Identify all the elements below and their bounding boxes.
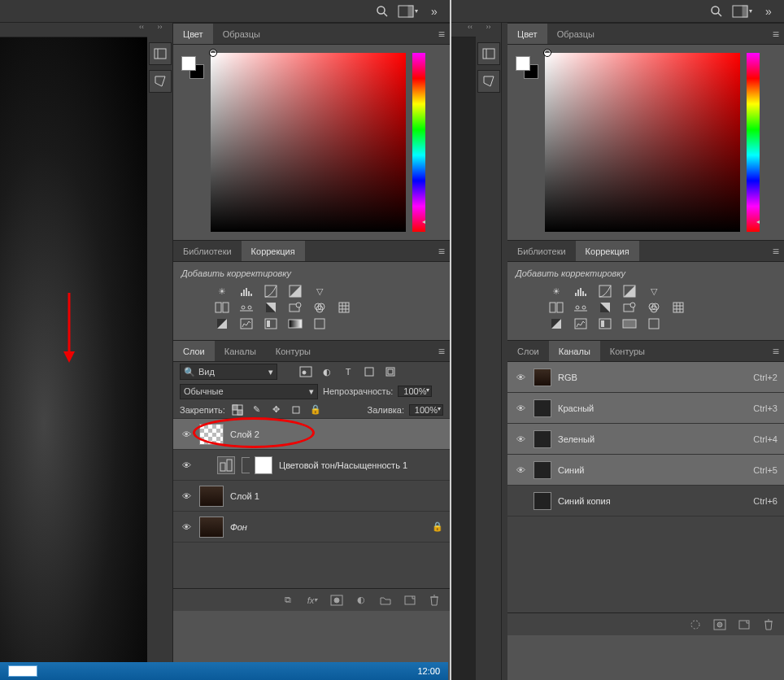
- layers-panel-menu[interactable]: ≡: [438, 345, 450, 358]
- channels-panel-menu[interactable]: ≡: [773, 345, 784, 358]
- layer-thumb[interactable]: [199, 517, 224, 538]
- mask-thumb[interactable]: [255, 456, 272, 474]
- collapse-toggle[interactable]: ‹‹: [451, 23, 476, 37]
- hue-sat-icon[interactable]: [214, 301, 230, 314]
- gradient-map-icon[interactable]: [621, 317, 638, 330]
- channel-row[interactable]: 👁 Синий Ctrl+5: [507, 455, 784, 486]
- photo-filter-icon[interactable]: [621, 301, 638, 314]
- color-balance-icon[interactable]: [238, 301, 255, 314]
- filter-shape-icon[interactable]: [362, 364, 377, 379]
- tab-libraries[interactable]: Библиотеки: [507, 241, 576, 261]
- mini-panel-2[interactable]: [477, 70, 500, 93]
- posterize-icon[interactable]: [573, 317, 589, 330]
- delete-layer-icon[interactable]: [427, 593, 442, 608]
- layer-row[interactable]: 👁 Слой 2: [173, 419, 450, 450]
- menu-icon[interactable]: »: [427, 4, 442, 19]
- load-selection-icon[interactable]: [688, 617, 703, 632]
- workspace-icon[interactable]: ▾: [401, 4, 416, 19]
- layer-row[interactable]: 👁 Слой 1: [173, 481, 450, 512]
- selective-color-icon[interactable]: [311, 317, 328, 330]
- vibrance-icon[interactable]: ▽: [311, 285, 328, 298]
- search-icon[interactable]: [709, 4, 724, 19]
- opacity-value[interactable]: 100%▾: [398, 386, 432, 397]
- tab-layers[interactable]: Слои: [173, 341, 215, 361]
- layer-thumb[interactable]: [199, 486, 224, 507]
- lock-position-icon[interactable]: ✥: [269, 403, 284, 417]
- layer-name[interactable]: Слой 1: [230, 491, 259, 501]
- color-picker-field[interactable]: [545, 53, 740, 232]
- threshold-icon[interactable]: [263, 317, 279, 330]
- curves-icon[interactable]: [263, 285, 279, 298]
- tab-paths-left[interactable]: Контуры: [266, 341, 320, 361]
- curves-icon[interactable]: [597, 285, 613, 298]
- filter-adjust-icon[interactable]: ◐: [320, 364, 334, 379]
- visibility-toggle[interactable]: 👁: [514, 403, 527, 413]
- layer-search[interactable]: 🔍 Вид ▾: [180, 364, 277, 380]
- posterize-icon[interactable]: [238, 317, 255, 330]
- visibility-toggle[interactable]: 👁: [514, 465, 527, 475]
- adjustments-panel-menu[interactable]: ≡: [438, 245, 450, 258]
- fill-value[interactable]: 100%▾: [409, 404, 443, 416]
- tab-swatches[interactable]: Образцы: [547, 24, 604, 44]
- tab-adjustments[interactable]: Коррекция: [576, 241, 639, 261]
- tab-adjustments[interactable]: Коррекция: [242, 241, 305, 261]
- delete-channel-icon[interactable]: [761, 617, 776, 632]
- layer-name[interactable]: Цветовой тон/Насыщенность 1: [279, 460, 407, 470]
- levels-icon[interactable]: [573, 285, 589, 298]
- layer-fx-icon[interactable]: fx▾: [305, 593, 320, 608]
- brightness-icon[interactable]: ☀: [548, 285, 564, 298]
- save-selection-icon[interactable]: [712, 617, 727, 632]
- adjustment-thumb[interactable]: [217, 456, 235, 474]
- exposure-icon[interactable]: [287, 285, 303, 298]
- taskbar[interactable]: 12:00: [0, 662, 448, 680]
- filter-smart-icon[interactable]: [383, 364, 398, 379]
- new-channel-icon[interactable]: [737, 617, 751, 632]
- visibility-toggle[interactable]: 👁: [514, 434, 527, 444]
- mini-panel-2[interactable]: [149, 70, 172, 93]
- foreground-background-swatch[interactable]: [181, 56, 204, 79]
- brightness-icon[interactable]: ☀: [214, 285, 230, 298]
- task-thumb[interactable]: [8, 665, 37, 677]
- color-picker-field[interactable]: [211, 53, 406, 232]
- mini-panel-1[interactable]: [149, 42, 172, 65]
- lock-artboard-icon[interactable]: [289, 403, 303, 417]
- workspace-icon[interactable]: ▾: [735, 4, 750, 19]
- new-adjustment-icon[interactable]: ◐: [354, 593, 368, 608]
- channel-mixer-icon[interactable]: [646, 301, 662, 314]
- lock-all-icon[interactable]: 🔒: [308, 403, 323, 417]
- visibility-toggle[interactable]: 👁: [180, 491, 193, 501]
- blend-mode-select[interactable]: Обычные▾: [180, 384, 318, 399]
- channel-row[interactable]: Синий копия Ctrl+6: [507, 486, 784, 517]
- channel-mixer-icon[interactable]: [311, 301, 328, 314]
- visibility-toggle[interactable]: 👁: [514, 373, 527, 382]
- tab-channels[interactable]: Каналы: [549, 341, 600, 361]
- visibility-toggle[interactable]: 👁: [180, 429, 193, 439]
- hue-sat-icon[interactable]: [548, 301, 564, 314]
- collapse-arrows[interactable]: ››: [147, 23, 172, 37]
- tab-swatches[interactable]: Образцы: [213, 24, 270, 44]
- layer-thumb[interactable]: [199, 424, 224, 445]
- tab-color[interactable]: Цвет: [507, 24, 547, 44]
- add-mask-icon[interactable]: [329, 593, 344, 608]
- channel-row[interactable]: 👁 Зеленый Ctrl+4: [507, 424, 784, 455]
- tab-channels-left[interactable]: Каналы: [215, 341, 266, 361]
- foreground-background-swatch[interactable]: [516, 56, 538, 79]
- filter-pixel-icon[interactable]: [298, 364, 313, 379]
- hue-slider[interactable]: [412, 53, 425, 232]
- bw-icon[interactable]: [263, 301, 279, 314]
- invert-icon[interactable]: [214, 317, 230, 330]
- hue-slider[interactable]: [747, 53, 760, 232]
- layer-row[interactable]: 👁 Фон 🔒: [173, 512, 450, 543]
- tab-layers-right[interactable]: Слои: [507, 341, 549, 361]
- new-group-icon[interactable]: [378, 593, 393, 608]
- layer-row[interactable]: 👁 Цветовой тон/Насыщенность 1: [173, 450, 450, 481]
- new-layer-icon[interactable]: [403, 593, 417, 608]
- color-lookup-icon[interactable]: [670, 301, 686, 314]
- search-icon[interactable]: [375, 4, 390, 19]
- photo-filter-icon[interactable]: [287, 301, 303, 314]
- threshold-icon[interactable]: [597, 317, 613, 330]
- layer-name[interactable]: Фон: [230, 522, 247, 532]
- bw-icon[interactable]: [597, 301, 613, 314]
- exposure-icon[interactable]: [621, 285, 638, 298]
- selective-color-icon[interactable]: [646, 317, 662, 330]
